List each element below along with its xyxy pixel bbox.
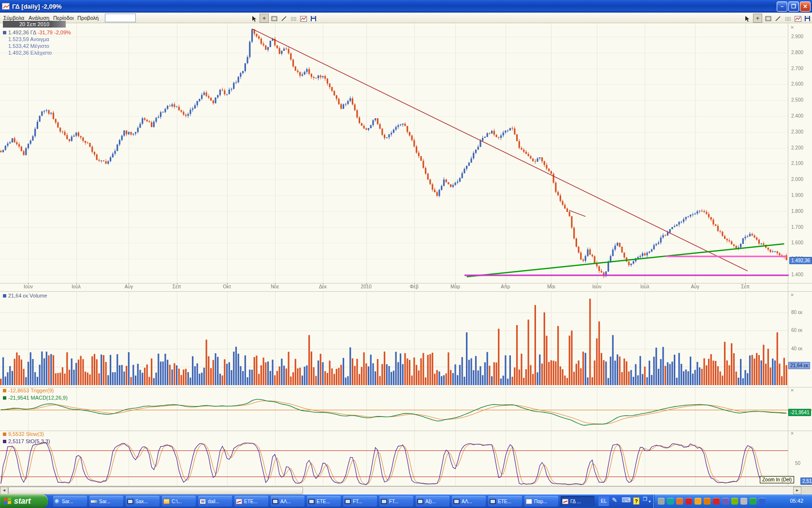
document-icon: W	[200, 499, 206, 504]
close-button[interactable]: ✕	[800, 1, 811, 12]
trendline-icon[interactable]	[279, 14, 289, 23]
taskbar-button-ete[interactable]: ETE...	[307, 496, 341, 507]
menu-view[interactable]: Προβολή	[75, 15, 101, 21]
chart-icon	[236, 499, 242, 504]
taskbar-button-ete[interactable]: ETE...	[488, 496, 522, 507]
folder-icon	[163, 499, 170, 504]
symbol-input[interactable]	[105, 14, 136, 22]
menu-bar: Σύμβολα Ανάλυση Περίοδοι Προβολή + +	[0, 13, 812, 23]
chart-canvas[interactable]	[0, 23, 812, 487]
monitor-icon	[381, 499, 387, 504]
pointer-icon[interactable]	[742, 14, 752, 23]
crosshair-icon[interactable]: +	[753, 14, 762, 23]
scroll-right-arrow-icon[interactable]: ►	[793, 487, 801, 494]
chart-icon	[562, 499, 568, 504]
save-icon[interactable]	[803, 14, 812, 23]
language-indicator[interactable]: EL	[598, 496, 609, 506]
help-icon[interactable]: ?	[633, 497, 639, 505]
taskbar-clock[interactable]: 05:42	[790, 498, 803, 504]
tray-icon-12[interactable]	[759, 498, 766, 505]
tray-icon-9[interactable]	[731, 498, 738, 505]
rectangle-icon[interactable]	[270, 14, 279, 23]
crosshair-icon[interactable]: +	[260, 14, 269, 23]
tray-icon-11[interactable]	[750, 498, 756, 505]
tray-icon-1[interactable]	[658, 498, 665, 505]
tray-icon-7[interactable]	[713, 498, 720, 505]
monitor-icon	[417, 499, 423, 504]
menu-analysis[interactable]: Ανάλυση	[27, 15, 51, 21]
menu-periods[interactable]: Περίοδοι	[51, 15, 75, 21]
keyboard-icon[interactable]: ⌨	[622, 496, 631, 504]
key-icon	[91, 500, 97, 503]
globe-icon	[55, 499, 60, 504]
language-bar-restore-icon[interactable]: ❐	[643, 496, 647, 502]
save-icon[interactable]	[309, 14, 318, 23]
tray-icon-3[interactable]	[676, 498, 683, 505]
trendline-icon[interactable]	[773, 14, 783, 23]
tray-icon-10[interactable]	[740, 498, 747, 505]
monitor-icon	[272, 499, 278, 504]
monitor-icon	[127, 499, 133, 504]
tray-icon-8[interactable]	[722, 498, 729, 505]
taskbar-button-γδ[interactable]: ΓΔ ...	[561, 496, 594, 507]
grid-icon[interactable]	[289, 14, 298, 23]
app-chart-icon	[2, 3, 10, 10]
pointer-icon[interactable]	[249, 14, 259, 23]
chart-icon[interactable]	[299, 14, 308, 23]
pen-icon[interactable]: ✎	[612, 496, 617, 504]
tray-icon-4[interactable]	[685, 498, 692, 505]
taskbar: start Sar...Sar...Sax...C:\...Wdail...ET…	[0, 494, 812, 508]
scrollbar-thumb[interactable]	[8, 487, 303, 494]
taskbar-button-αλ[interactable]: ΑΛ...	[271, 496, 304, 507]
tray-icon-2[interactable]	[667, 498, 674, 505]
window-title: ΓΔ [daily] -2,09%	[12, 3, 61, 10]
scrollbar-corner	[801, 487, 812, 494]
monitor-icon	[490, 499, 496, 504]
taskbar-button-ft[interactable]: FT...	[343, 496, 377, 507]
taskbar-button-αλ[interactable]: ΑΛ...	[452, 496, 486, 507]
taskbar-button-sax[interactable]: Sax...	[126, 496, 160, 507]
horizontal-scrollbar[interactable]: ◄ ►	[0, 486, 812, 494]
notepad-icon	[526, 499, 532, 504]
taskbar-button-ft[interactable]: FT...	[379, 496, 413, 507]
minimize-button[interactable]: –	[777, 1, 787, 12]
taskbar-button-αξι[interactable]: Αξι...	[416, 496, 450, 507]
taskbar-button-sar[interactable]: Sar...	[53, 496, 87, 507]
taskbar-button-ete[interactable]: ETE...	[234, 496, 268, 507]
taskbar-button-dail[interactable]: Wdail...	[198, 496, 232, 507]
taskbar-button-c[interactable]: C:\...	[162, 496, 196, 507]
tray-icon-5[interactable]	[695, 498, 701, 505]
chart-icon[interactable]	[793, 14, 802, 23]
monitor-icon	[453, 499, 460, 504]
system-tray: 05:42	[653, 494, 812, 508]
monitor-icon	[345, 499, 351, 504]
scroll-left-arrow-icon[interactable]: ◄	[0, 487, 8, 494]
application-window: ΓΔ [daily] -2,09% – ❐ ✕ Σύμβολα Ανάλυση …	[0, 0, 812, 508]
grid-icon[interactable]	[783, 14, 793, 23]
restore-button[interactable]: ❐	[788, 1, 799, 12]
rectangle-icon[interactable]	[764, 14, 773, 23]
start-button[interactable]: start	[0, 494, 48, 508]
language-bar-options-icon[interactable]: ▾	[649, 499, 651, 504]
title-bar[interactable]: ΓΔ [daily] -2,09% – ❐ ✕	[0, 0, 812, 13]
menu-symbols[interactable]: Σύμβολα	[1, 15, 26, 21]
taskbar-button-sar[interactable]: Sar...	[89, 496, 123, 507]
tray-icon-6[interactable]	[704, 498, 710, 505]
monitor-icon	[308, 499, 315, 504]
windows-logo-icon	[4, 497, 12, 505]
taskbar-button-παρ[interactable]: Παρ...	[524, 496, 558, 507]
